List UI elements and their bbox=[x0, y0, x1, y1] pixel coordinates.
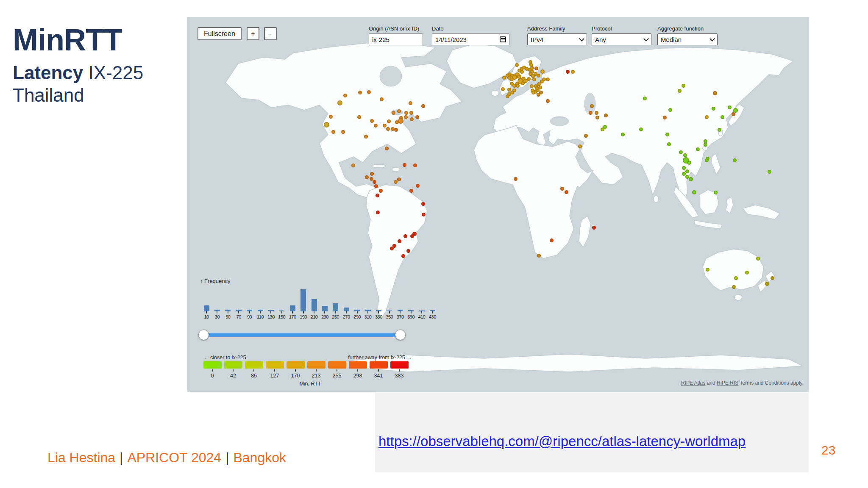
subtitle: Latency IX-225 Thailand bbox=[13, 62, 143, 107]
probe-dot bbox=[410, 117, 414, 121]
histogram-x-label: 370 bbox=[395, 314, 406, 319]
probe-dot bbox=[409, 101, 412, 105]
chevron-down-icon bbox=[579, 36, 584, 42]
legend-tick bbox=[212, 369, 213, 372]
zoom-out-button[interactable]: - bbox=[264, 27, 277, 40]
probe-dot bbox=[663, 116, 667, 119]
probe-dot bbox=[506, 94, 509, 98]
protocol-select[interactable]: Any bbox=[592, 33, 651, 45]
page-title: MinRTT bbox=[13, 25, 143, 55]
probe-dot bbox=[380, 97, 384, 101]
histogram-x-label: 310 bbox=[362, 314, 373, 319]
histogram-x-label: 330 bbox=[373, 314, 384, 319]
legend-tick bbox=[357, 369, 358, 372]
attribution-note: RIPE Atlas and RIPE RIS Terms and Condit… bbox=[681, 380, 804, 386]
latency-worldmap-widget: Fullscreen + - Origin (ASN or ix-ID) Dat… bbox=[187, 17, 809, 392]
probe-dot bbox=[520, 70, 524, 74]
legend-value: 255 bbox=[330, 373, 344, 379]
histogram-x-label: 110 bbox=[255, 314, 266, 319]
address-family-select[interactable]: IPv4 bbox=[527, 33, 587, 45]
histogram-tick bbox=[206, 311, 207, 313]
probe-dot bbox=[398, 239, 401, 243]
footer-location: Bangkok bbox=[233, 450, 286, 465]
probe-dot bbox=[394, 128, 398, 132]
probe-dot bbox=[560, 187, 564, 191]
histogram-bar bbox=[344, 308, 349, 311]
probe-dot bbox=[376, 211, 380, 214]
histogram-tick bbox=[260, 311, 261, 313]
origin-field: Origin (ASN or ix-ID) bbox=[369, 25, 423, 45]
probe-dot bbox=[590, 104, 594, 108]
rtt-range-slider-track[interactable] bbox=[203, 333, 400, 337]
histogram-tick bbox=[411, 311, 412, 313]
aggregate-function-value: Median bbox=[661, 36, 682, 43]
histogram-bar bbox=[312, 299, 317, 311]
probe-dot bbox=[370, 119, 374, 123]
probe-dot bbox=[771, 276, 774, 280]
legend-tick bbox=[274, 369, 275, 372]
probe-dot bbox=[718, 128, 721, 132]
legend-value: 341 bbox=[371, 373, 386, 379]
probe-dot bbox=[539, 91, 543, 94]
probe-dot bbox=[379, 189, 383, 193]
legend-left-label: ← closer to ix-225 bbox=[203, 355, 246, 360]
probe-dot bbox=[422, 213, 426, 216]
zoom-in-button[interactable]: + bbox=[247, 27, 259, 40]
probe-dot bbox=[704, 143, 707, 147]
probe-dot bbox=[546, 99, 550, 103]
probe-dot bbox=[643, 97, 647, 100]
probe-dot bbox=[714, 191, 718, 194]
probe-dot bbox=[367, 90, 371, 94]
observable-link[interactable]: https://observablehq.com/@ripencc/atlas-… bbox=[378, 433, 746, 449]
calendar-icon[interactable] bbox=[500, 36, 506, 42]
probe-dot bbox=[364, 135, 368, 139]
probe-dot bbox=[404, 111, 408, 115]
date-field: Date 14/11/2023 bbox=[432, 25, 509, 45]
histogram-x-label: 50 bbox=[223, 314, 234, 319]
probe-dot bbox=[394, 180, 398, 184]
origin-input[interactable] bbox=[369, 33, 423, 45]
histogram-x-label: 230 bbox=[319, 314, 330, 319]
probe-dot bbox=[385, 147, 389, 150]
legend-tick bbox=[378, 369, 379, 372]
probe-dot bbox=[358, 91, 362, 94]
histogram-x-label: 10 bbox=[201, 314, 212, 319]
legend-swatch bbox=[203, 361, 222, 369]
probe-dot bbox=[535, 86, 539, 90]
histogram-x-label: 90 bbox=[244, 314, 255, 319]
legend-swatch bbox=[224, 361, 242, 369]
probe-dot bbox=[540, 69, 545, 74]
slider-handle-left[interactable] bbox=[198, 330, 209, 340]
probe-dot bbox=[351, 164, 355, 167]
legend-swatch bbox=[390, 361, 409, 369]
legend-tick bbox=[233, 369, 234, 372]
probe-dot bbox=[683, 153, 687, 157]
histogram-tick bbox=[367, 311, 368, 313]
aggregate-function-select[interactable]: Median bbox=[657, 33, 718, 45]
probe-dot bbox=[732, 285, 736, 289]
probe-dot bbox=[682, 166, 686, 170]
address-family-label: Address Family bbox=[527, 25, 587, 32]
probe-dot bbox=[357, 115, 361, 119]
fullscreen-button[interactable]: Fullscreen bbox=[198, 27, 242, 40]
ripe-atlas-link[interactable]: RIPE Atlas bbox=[681, 380, 705, 386]
histogram-x-label: 130 bbox=[265, 314, 276, 319]
probe-dot bbox=[415, 115, 419, 119]
attribution-text: Terms and Conditions apply. bbox=[738, 380, 804, 386]
histogram-tick bbox=[292, 311, 293, 313]
address-family-value: IPv4 bbox=[531, 36, 543, 43]
legend-tick bbox=[253, 369, 254, 372]
footer-separator: | bbox=[221, 450, 233, 465]
legend-value: 42 bbox=[226, 373, 240, 379]
histogram-x-label: 170 bbox=[287, 314, 298, 319]
legend-swatch bbox=[266, 361, 284, 369]
probe-dot bbox=[537, 254, 541, 258]
probe-dot bbox=[413, 164, 417, 167]
slider-handle-right[interactable] bbox=[395, 330, 406, 340]
aggregate-function-field: Aggregate function Median bbox=[657, 25, 718, 45]
ripe-ris-link[interactable]: RIPE RIS bbox=[717, 380, 738, 386]
legend-swatch bbox=[370, 361, 388, 369]
probe-dot bbox=[510, 91, 514, 94]
title-block: MinRTT Latency IX-225 Thailand bbox=[13, 25, 143, 107]
date-input[interactable]: 14/11/2023 bbox=[432, 33, 509, 45]
